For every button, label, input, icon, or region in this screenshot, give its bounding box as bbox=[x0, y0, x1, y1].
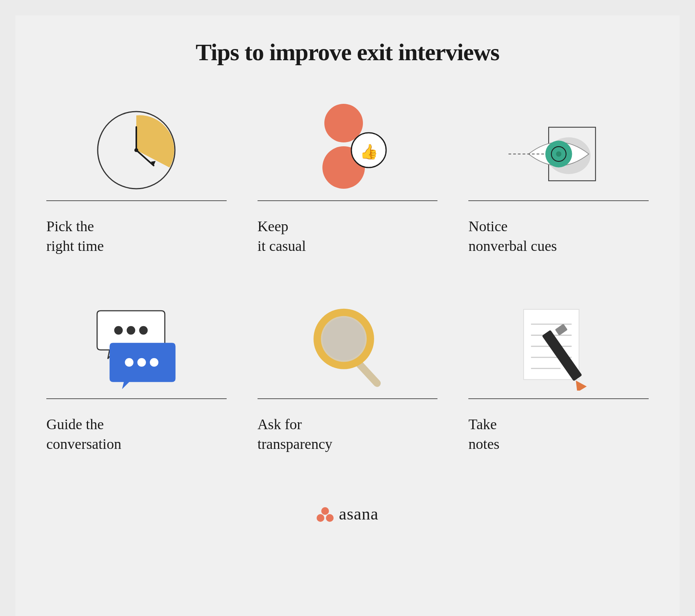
illustration-magnifier bbox=[258, 291, 438, 399]
illustration-notes bbox=[468, 291, 649, 399]
svg-point-24 bbox=[322, 317, 365, 360]
svg-point-16 bbox=[127, 326, 135, 334]
svg-point-13 bbox=[556, 151, 561, 157]
tip-notice-nonverbal: Notice nonverbal cues bbox=[468, 93, 649, 268]
illustration-chat-bubbles bbox=[46, 291, 227, 399]
illustration-eye bbox=[468, 93, 649, 201]
svg-point-35 bbox=[317, 514, 324, 522]
asana-branding: asana bbox=[317, 504, 379, 524]
tips-grid: Pick the right time 👍 Keep bbox=[46, 93, 649, 465]
tip-guide-conversation: Guide the conversation bbox=[46, 291, 227, 466]
tip-label-take-notes: Take notes bbox=[468, 411, 499, 454]
svg-point-19 bbox=[137, 358, 146, 366]
illustration-person-thumbsup: 👍 bbox=[258, 93, 438, 201]
svg-point-20 bbox=[150, 358, 158, 366]
tip-ask-transparency: Ask for transparency bbox=[258, 291, 438, 466]
asana-logo-icon bbox=[317, 506, 334, 522]
infographic-card: Tips to improve exit interviews bbox=[15, 15, 680, 616]
tip-keep-casual: 👍 Keep it casual bbox=[258, 93, 438, 268]
asana-brand-name: asana bbox=[339, 504, 379, 524]
svg-point-36 bbox=[326, 514, 334, 522]
illustration-clock bbox=[46, 93, 227, 201]
tip-label-notice-nonverbal: Notice nonverbal cues bbox=[468, 213, 557, 256]
tip-label-keep-casual: Keep it casual bbox=[258, 213, 306, 256]
tip-label-ask-transparency: Ask for transparency bbox=[258, 411, 332, 454]
svg-text:👍: 👍 bbox=[359, 143, 378, 161]
tip-take-notes: Take notes bbox=[468, 291, 649, 466]
svg-point-3 bbox=[134, 148, 138, 152]
svg-point-17 bbox=[139, 326, 148, 334]
svg-point-15 bbox=[114, 326, 123, 334]
tip-label-pick-right-time: Pick the right time bbox=[46, 213, 104, 256]
svg-point-18 bbox=[125, 358, 134, 366]
tip-pick-right-time: Pick the right time bbox=[46, 93, 227, 268]
tip-label-guide-conversation: Guide the conversation bbox=[46, 411, 121, 454]
svg-point-34 bbox=[321, 507, 329, 515]
page-title: Tips to improve exit interviews bbox=[196, 39, 499, 66]
